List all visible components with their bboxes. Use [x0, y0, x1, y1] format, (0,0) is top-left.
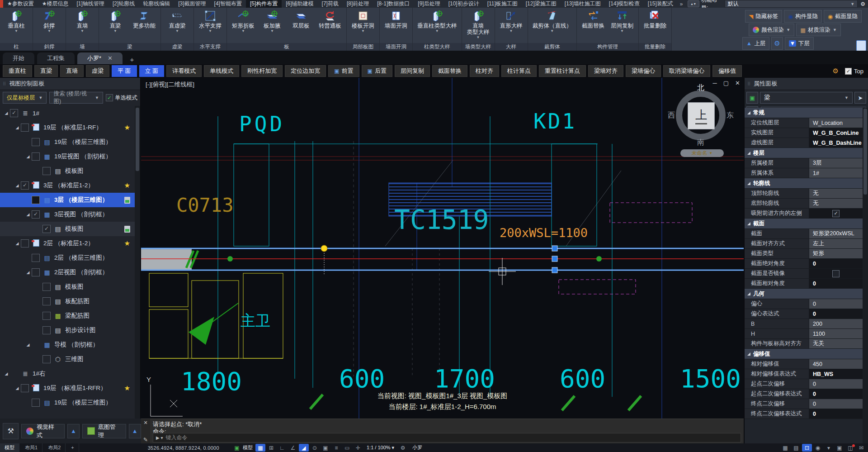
ribbon-right-下层[interactable]: ▼下层 [785, 37, 814, 50]
view-cube[interactable]: 上 北 南 西 东 [671, 86, 730, 145]
tree-checkbox[interactable] [42, 355, 51, 363]
ribbon-button-板加腋[interactable]: 板加腋▼ [259, 9, 286, 33]
property-value[interactable]: 无 [809, 199, 863, 208]
toolbar-button-重置柱计算点[interactable]: 重置柱计算点 [539, 65, 586, 77]
doc-tab-工程集[interactable]: 工程集 [37, 52, 75, 64]
tree-checkbox[interactable] [32, 399, 40, 407]
property-value[interactable]: 左上 [809, 239, 863, 248]
toolbar-button-详看模式[interactable]: 详看模式 [166, 65, 202, 77]
model-space-icon[interactable]: ▣ [232, 444, 242, 452]
tree-row-19层（楼层三维图）[interactable]: ▤19层 （楼层三维图） [0, 135, 135, 149]
tree-row-1#[interactable]: ◢✓≣1# [0, 106, 135, 120]
layout-tab-布局2[interactable]: 布局2 [43, 443, 66, 452]
menu-item-15[interactable]: [11]板施工图 [483, 0, 522, 8]
ribbon-button-水平支撑[interactable]: 水平支撑▼ [197, 9, 224, 33]
ucs-name-pill[interactable]: 未命名▼ [680, 149, 724, 157]
tools-icon[interactable]: ⚒ [3, 423, 19, 439]
settings-gear-icon[interactable]: ⚙ [833, 67, 839, 75]
tree-checkbox[interactable] [21, 124, 29, 132]
viewport-controls[interactable]: [-][俯视][二维线框] [146, 81, 194, 89]
tree-expand-icon[interactable]: ◢ [25, 270, 31, 275]
tree-checkbox[interactable]: ✓ [21, 181, 29, 190]
tree-row-19层（标准层1-RFR）[interactable]: ◢19层 （标准层1-RFR）★ [0, 381, 135, 395]
visual-style-expand-button[interactable]: ▲ [67, 424, 80, 438]
compass-north[interactable]: 北 [697, 83, 704, 93]
close-icon[interactable]: ✕ [143, 420, 147, 426]
property-section-偏移值[interactable]: 偏移值 [745, 349, 863, 359]
drag-handle-icon[interactable]: ⠿ [3, 81, 6, 86]
menu-item-17[interactable]: [13]墙柱施工图 [561, 0, 605, 8]
tree-checkbox[interactable] [32, 138, 40, 146]
status-icon[interactable]: ≡ [331, 444, 341, 452]
property-value[interactable]: 1100 [809, 329, 863, 338]
tree-row-19层视图（剖切框）[interactable]: ◢▦19层视图 （剖切框） [0, 149, 135, 164]
tree-row-2层（楼层三维图）[interactable]: ▤2层 （楼层三维图） [0, 251, 135, 265]
toolbar-button-垂直柱[interactable]: 垂直柱 [3, 65, 32, 77]
menu-item-6[interactable]: [3]截面管理 [174, 0, 210, 8]
star-icon[interactable]: ★ [124, 124, 130, 132]
status-icon[interactable]: ∠ [288, 444, 298, 452]
property-value[interactable]: 0 [809, 259, 863, 268]
tree-expand-icon[interactable]: ◢ [4, 371, 9, 376]
layout-tab-模型[interactable]: 模型 [0, 443, 19, 452]
tree-row-2层视图（剖切框）[interactable]: ◢▦2层视图 （剖切框） [0, 265, 135, 280]
menu-item-8[interactable]: [5]构件布置 [246, 0, 282, 8]
menu-item-19[interactable]: [15]装配式 [644, 0, 677, 8]
basemap-expand-button[interactable]: ▲ [129, 424, 141, 438]
user-name[interactable]: 小罗 [409, 444, 426, 451]
tree-row-初步设计图[interactable]: ▤初步设计图 [0, 323, 135, 338]
filter-check-icon[interactable]: ▣ [746, 92, 758, 104]
tree-row-19层（标准层1-RF）[interactable]: ◢19层 （标准层1-RF）★ [0, 120, 135, 135]
doc-tab-开始[interactable]: 开始 [3, 52, 34, 64]
property-value[interactable]: W_Location [809, 118, 863, 128]
property-value[interactable]: 0 [809, 389, 863, 399]
status-icon[interactable]: ▤ [791, 444, 801, 452]
command-input[interactable]: ▶ ▾ 键入命令 [153, 433, 741, 442]
layout-tab-布局1[interactable]: 布局1 [20, 443, 42, 452]
star-icon[interactable]: ★ [124, 239, 130, 247]
star-icon[interactable]: ★ [124, 181, 130, 190]
tree-scrollbar[interactable] [135, 106, 140, 419]
model-space-label[interactable]: 模型 [243, 444, 253, 451]
gear-button[interactable]: ⚙ [771, 37, 783, 50]
property-value[interactable]: 1# [809, 168, 863, 178]
property-value[interactable]: W_G_B_ConLine [809, 128, 863, 138]
tree-checkbox[interactable] [42, 283, 51, 291]
drawing-canvas[interactable]: Y PQD KD1 C0713 TC1519 200xWSL=1100 主卫 1… [141, 78, 744, 419]
star-icon[interactable]: ★ [124, 384, 130, 392]
ribbon-button-截面替换[interactable]: 截面替换 [580, 9, 607, 33]
compass-east[interactable]: 东 [726, 111, 734, 120]
property-value[interactable]: 矩形 [809, 249, 863, 258]
property-value[interactable]: 200 [809, 319, 863, 328]
tree-row-3层（楼层三维图）[interactable]: ▤3层 （楼层三维图） [0, 193, 135, 207]
tree-row-3层（标准层1-2）[interactable]: ◢✓3层 （标准层1-2）★ [0, 178, 135, 193]
star-filter-dropdown[interactable]: 仅星标楼层 ▼ [3, 92, 47, 104]
visual-style-button[interactable]: 视觉样式 [21, 424, 64, 438]
ribbon-button-垂直柱[interactable]: 垂直柱▼ [3, 9, 30, 33]
status-icon[interactable]: ◫ [845, 444, 855, 452]
tree-row-模板图[interactable]: ▤模板图 [0, 280, 135, 294]
menu-item-10[interactable]: [7]荷载 [318, 0, 343, 8]
menu-item-7[interactable]: [4]智能布置 [210, 0, 246, 8]
status-icon[interactable]: ◉ [813, 444, 823, 452]
ribbon-button-层间复制[interactable]: 层间复制▼ [609, 9, 636, 33]
property-checkbox[interactable] [809, 269, 863, 278]
compass-west[interactable]: 西 [668, 111, 675, 120]
menu-item-1[interactable]: ★参数设置 [3, 0, 38, 8]
status-icon[interactable]: ⊙ [310, 444, 320, 452]
toolbar-button-柱计算点[interactable]: 柱计算点 [501, 65, 537, 77]
ribbon-button-直虚梁[interactable]: 直虚梁▼ [164, 9, 191, 33]
property-section-轮廓线[interactable]: 轮廓线 [745, 178, 863, 189]
tree-expand-icon[interactable]: ◢ [14, 386, 20, 390]
ribbon-button-斜撑[interactable]: 斜撑▼ [36, 9, 63, 33]
status-icon[interactable]: ∟ [277, 444, 287, 452]
tree-checkbox[interactable] [42, 297, 51, 305]
property-section-楼层[interactable]: 楼层 [745, 148, 863, 158]
property-value[interactable]: 3层 [809, 158, 863, 168]
ribbon-button-直形大样[interactable]: 直形大样▼ [498, 9, 525, 33]
ribbon-button-转普通板[interactable]: 转普通板 [316, 9, 344, 33]
menu-item-11[interactable]: [8]前处理 [343, 0, 373, 8]
tree-checkbox[interactable]: ✓ [42, 225, 51, 233]
property-value[interactable]: 0 [809, 309, 863, 319]
tree-checkbox[interactable] [42, 326, 51, 334]
